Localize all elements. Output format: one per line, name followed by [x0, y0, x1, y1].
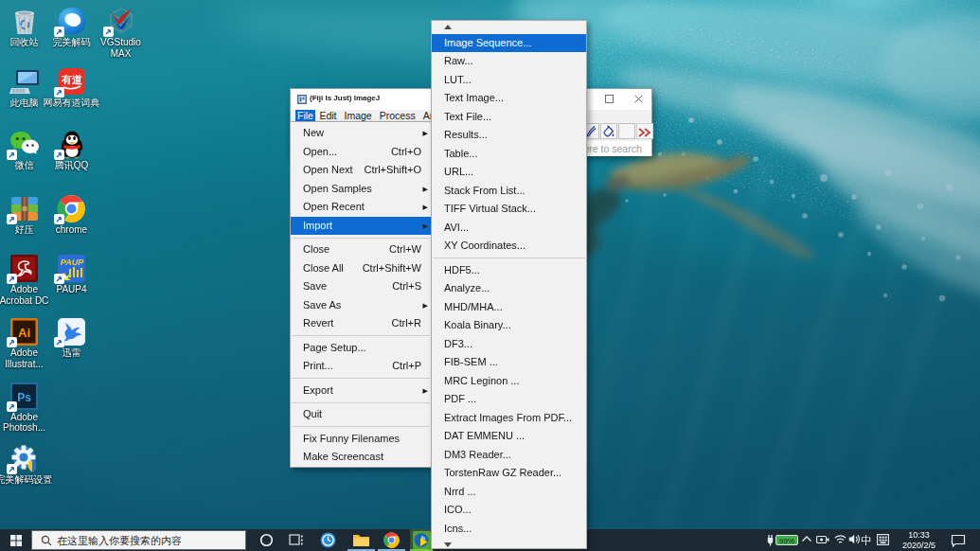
- svg-text:有道: 有道: [61, 74, 83, 85]
- svg-text:99%: 99%: [779, 537, 794, 545]
- svg-text:PAUP: PAUP: [61, 258, 84, 267]
- svg-text:Ps: Ps: [17, 390, 31, 403]
